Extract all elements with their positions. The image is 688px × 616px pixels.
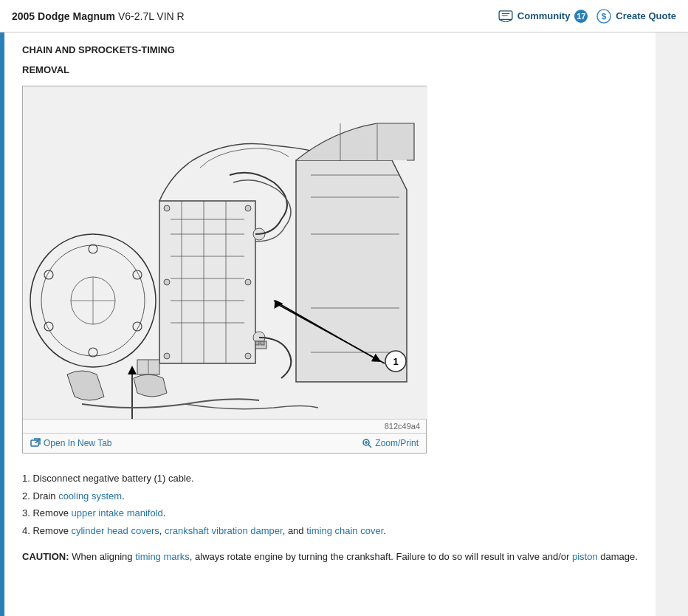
svg-point-32 <box>245 279 251 285</box>
svg-line-61 <box>368 445 371 448</box>
image-footer: Open In New Tab Zoom/Print <box>23 433 426 453</box>
community-badge: 17 <box>574 10 588 23</box>
piston-link[interactable]: piston <box>572 551 598 562</box>
svg-rect-37 <box>261 341 264 345</box>
header-actions: Community 17 $ Create Quote <box>498 9 676 24</box>
svg-rect-36 <box>255 341 259 345</box>
image-caption: 812c49a4 <box>385 422 420 431</box>
step-1: 1. Disconnect negative battery (1) cable… <box>22 471 638 486</box>
community-button[interactable]: Community 17 <box>498 10 588 23</box>
main-content: CHAIN AND SPROCKETS-TIMING REMOVAL <box>4 32 656 616</box>
step-3: 3. Remove upper intake manifold. <box>22 506 638 521</box>
upper-intake-manifold-link[interactable]: upper intake manifold <box>71 507 162 519</box>
step-2: 2. Drain cooling system. <box>22 489 638 504</box>
open-in-new-tab-link[interactable]: Open In New Tab <box>30 438 112 448</box>
caution-label: CAUTION: <box>22 551 69 562</box>
svg-rect-17 <box>159 201 255 363</box>
caution-block: CAUTION: When aligning timing marks, alw… <box>22 550 638 565</box>
subsection-title: REMOVAL <box>22 64 638 75</box>
create-quote-button[interactable]: $ Create Quote <box>596 9 676 24</box>
vehicle-title: 2005 Dodge Magnum V6-2.7L VIN R <box>12 10 185 22</box>
step-4: 4. Remove cylinder head covers, cranksha… <box>22 524 638 538</box>
cylinder-head-covers-link[interactable]: cylinder head covers <box>71 525 159 536</box>
svg-point-31 <box>164 279 170 285</box>
zoom-print-link[interactable]: Zoom/Print <box>362 438 419 448</box>
open-tab-icon <box>30 438 41 448</box>
svg-point-30 <box>245 353 251 359</box>
section-title: CHAIN AND SPROCKETS-TIMING <box>22 44 638 55</box>
diagram-svg: 1 2 <box>23 86 427 419</box>
zoom-icon <box>362 438 372 448</box>
svg-text:1: 1 <box>393 356 398 367</box>
page-wrapper: CHAIN AND SPROCKETS-TIMING REMOVAL <box>0 32 688 616</box>
svg-text:$: $ <box>602 10 607 21</box>
cooling-system-link[interactable]: cooling system <box>58 490 122 502</box>
svg-point-27 <box>164 205 170 211</box>
timing-marks-link[interactable]: timing marks <box>135 551 190 562</box>
header: 2005 Dodge Magnum V6-2.7L VIN R Communit… <box>0 0 688 32</box>
community-label: Community <box>517 10 571 21</box>
steps-list: 1. Disconnect negative battery (1) cable… <box>22 471 638 538</box>
svg-point-29 <box>164 353 170 359</box>
timing-chain-cover-link[interactable]: timing chain cover <box>306 525 383 536</box>
svg-point-28 <box>245 205 251 211</box>
diagram-container: 1 2 <box>22 86 427 454</box>
svg-line-59 <box>35 439 40 443</box>
create-quote-icon: $ <box>596 9 611 24</box>
crankshaft-vibration-damper-link[interactable]: crankshaft vibration damper <box>165 525 283 536</box>
create-quote-label: Create Quote <box>616 10 676 21</box>
diagram-area: 1 2 <box>23 86 427 419</box>
community-icon <box>498 10 513 22</box>
